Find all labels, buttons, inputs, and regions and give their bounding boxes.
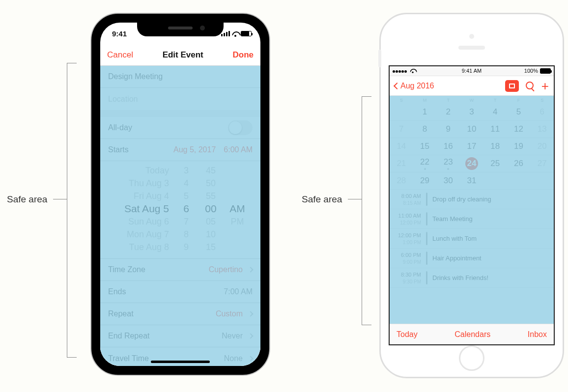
safe-area-bracket-right (362, 96, 371, 325)
view-toggle-button[interactable] (505, 80, 519, 92)
battery-text: 100% (524, 68, 538, 74)
calendar-day[interactable]: 8 (413, 121, 437, 138)
calendar-day[interactable]: 20 (530, 138, 554, 155)
iphone-classic-mock: 9:41 AM 100% Aug 2016 + SMTWTFS123456789… (379, 13, 564, 378)
event-row[interactable]: 8:30 PM9:30 PMDrinks with Friends! (390, 268, 554, 288)
picker-row[interactable]: Today345 (100, 164, 260, 177)
calendar-day[interactable]: 5 (507, 104, 531, 120)
status-bar: 9:41 AM 100% (390, 66, 554, 76)
safe-area-label-right: Safe area (302, 194, 342, 205)
done-button[interactable]: Done (232, 50, 254, 60)
calendar-day (530, 172, 554, 189)
phone-top-bezel (389, 23, 555, 65)
calendar-day[interactable]: 19 (507, 138, 531, 155)
calendar-day[interactable]: 25 (483, 155, 507, 172)
iphone-x-mock: 9:41 Cancel Edit Event Done Design (90, 13, 270, 376)
calendar-day[interactable]: 16 (436, 138, 460, 155)
ends-row[interactable]: Ends7:00 AM (100, 281, 260, 303)
calendar-day[interactable]: 17 (460, 138, 483, 155)
calendar-day[interactable]: 3 (460, 104, 483, 120)
calendar-day[interactable]: 22 (413, 155, 437, 172)
notch (137, 23, 224, 36)
calendar-day[interactable]: 14 (390, 138, 413, 155)
picker-row[interactable]: Fri Aug 4555 (100, 190, 260, 202)
event-list[interactable]: 8:00 AM8:15 AMDrop off dry cleaning11:00… (390, 190, 554, 288)
end-repeat-row[interactable]: End RepeatNever (100, 325, 260, 347)
nav-bar: Cancel Edit Event Done (100, 44, 260, 66)
calendar-day[interactable]: 6 (530, 104, 554, 120)
home-button[interactable] (459, 345, 484, 371)
chevron-right-icon (248, 333, 253, 338)
calendar-day[interactable]: 15 (413, 138, 437, 155)
allday-row[interactable]: All-day (100, 117, 260, 139)
calendar-day[interactable]: 23 (436, 155, 460, 172)
cancel-button[interactable]: Cancel (107, 50, 133, 60)
calendar-day[interactable]: 24 (460, 155, 483, 172)
event-row[interactable]: 12:00 PM1:00 PMLunch with Tom (390, 229, 554, 249)
add-event-button[interactable]: + (541, 82, 549, 90)
calendar-day[interactable]: 1 (413, 104, 437, 120)
calendar-day[interactable]: 29 (413, 172, 437, 189)
calendar-day[interactable]: 12 (507, 121, 531, 138)
travel-time-row[interactable]: Travel TimeNone (100, 347, 260, 366)
event-row[interactable]: 8:00 AM8:15 AMDrop off dry cleaning (390, 190, 554, 209)
battery-icon (540, 68, 551, 74)
calendar-day (483, 172, 507, 189)
calendar-day[interactable]: 13 (530, 121, 554, 138)
nav-title: Edit Event (163, 50, 203, 60)
wifi-icon (232, 31, 239, 36)
calendar-day[interactable]: 7 (390, 121, 413, 138)
picker-row[interactable]: Mon Aug 7810 (100, 228, 260, 241)
location-field[interactable]: Location (100, 88, 260, 110)
calendar-day[interactable]: 10 (460, 121, 483, 138)
calendar-day[interactable]: 18 (483, 138, 507, 155)
calendar-day[interactable]: 4 (483, 104, 507, 120)
calendar-day[interactable]: 2 (436, 104, 460, 120)
callout-line-right (348, 199, 362, 199)
allday-toggle[interactable] (228, 120, 253, 135)
repeat-row[interactable]: RepeatCustom (100, 303, 260, 325)
safe-area-bracket-left (67, 63, 77, 358)
calendar-day[interactable]: 27 (530, 155, 554, 172)
safe-area-label-left: Safe area (7, 194, 47, 205)
wifi-icon (410, 69, 415, 73)
status-time: 9:41 (112, 29, 127, 38)
home-indicator[interactable] (151, 361, 210, 363)
cellular-icon (393, 68, 407, 74)
search-icon[interactable] (526, 82, 535, 90)
calendar-day (390, 104, 413, 120)
date-picker[interactable]: Today345Thu Aug 3450Fri Aug 4555Sat Aug … (100, 161, 260, 259)
diagram-stage: Safe area 9:41 Cancel Edit Event Done (0, 0, 568, 392)
inbox-button[interactable]: Inbox (528, 330, 547, 339)
event-row[interactable]: 11:00 AM12:00 PMTeam Meeting (390, 209, 554, 229)
nav-bar: Aug 2016 + (390, 76, 554, 96)
timezone-row[interactable]: Time ZoneCupertino (100, 259, 260, 281)
chevron-right-icon (248, 311, 253, 316)
calendar-day[interactable]: 11 (483, 121, 507, 138)
event-title-field[interactable]: Design Meeting (100, 66, 260, 88)
picker-row[interactable]: Sat Aug 5600AM (100, 202, 260, 215)
back-button[interactable]: Aug 2016 (395, 82, 434, 90)
chevron-left-icon (394, 82, 400, 89)
picker-row[interactable]: Thu Aug 3450 (100, 177, 260, 190)
calendar-day[interactable]: 9 (436, 121, 460, 138)
today-button[interactable]: Today (397, 330, 418, 339)
calendar-day (507, 172, 531, 189)
month-calendar[interactable]: SMTWTFS123456789101112131415161718192021… (390, 96, 554, 190)
safe-area-right: SMTWTFS123456789101112131415161718192021… (390, 96, 554, 324)
chevron-right-icon (248, 356, 253, 361)
chevron-right-icon (248, 267, 253, 272)
calendar-day[interactable]: 26 (507, 155, 531, 172)
starts-row[interactable]: Starts Aug 5, 2017 6:00 AM (100, 139, 260, 161)
calendar-day[interactable]: 31 (460, 172, 483, 189)
status-time: 9:41 AM (462, 68, 482, 74)
calendar-day[interactable]: 21 (390, 155, 413, 172)
picker-row[interactable]: Sun Aug 6705PM (100, 215, 260, 228)
toolbar: Today Calendars Inbox (390, 324, 554, 344)
picker-row[interactable]: Tue Aug 8915 (100, 241, 260, 253)
calendar-day[interactable]: 30 (436, 172, 460, 189)
safe-area-left: Design Meeting Location All-day Starts A… (100, 66, 260, 366)
event-row[interactable]: 6:00 PM9:00 PMHair Appointment (390, 249, 554, 268)
calendars-button[interactable]: Calendars (454, 330, 490, 339)
calendar-day[interactable]: 28 (390, 172, 413, 189)
